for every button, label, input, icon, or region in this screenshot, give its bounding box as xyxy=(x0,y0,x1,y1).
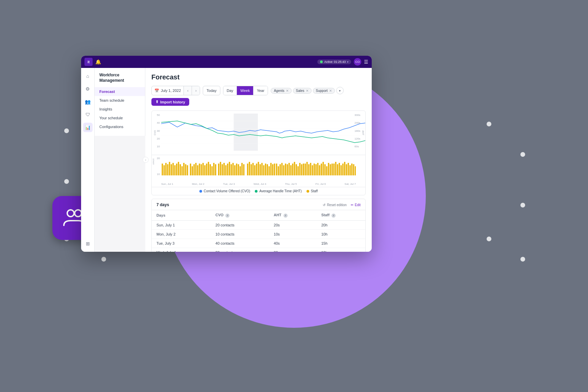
row-aht-4: 30s xyxy=(269,248,317,252)
grid-icon[interactable]: ⊞ xyxy=(83,239,93,248)
aht-info-icon[interactable]: i xyxy=(284,214,288,218)
staff-y-axis: 20 10 xyxy=(152,157,160,176)
people-icon[interactable]: 👥 xyxy=(83,97,93,106)
filter-agents[interactable]: Agents ✕ xyxy=(271,88,291,94)
date-value-text: July 1, 2022 xyxy=(161,89,181,93)
svg-rect-16 xyxy=(197,165,198,175)
week-period-btn[interactable]: Week xyxy=(237,86,253,95)
svg-rect-84 xyxy=(287,164,288,175)
remove-sales-icon[interactable]: ✕ xyxy=(306,89,309,93)
svg-rect-44 xyxy=(174,165,176,175)
prev-date-btn[interactable]: ‹ xyxy=(183,86,192,95)
svg-rect-101 xyxy=(326,166,327,175)
svg-rect-25 xyxy=(252,163,254,175)
date-picker-value: 📅 July 1, 2022 xyxy=(152,89,183,93)
svg-rect-46 xyxy=(178,162,179,175)
sidebar-item-forecast[interactable]: Forecast xyxy=(95,87,145,96)
sidebar-item-team-schedule[interactable]: Team schedule xyxy=(95,96,145,105)
svg-rect-63 xyxy=(229,162,230,175)
row-staff-4: 10h xyxy=(317,248,365,252)
svg-rect-69 xyxy=(240,166,241,175)
settings-icon[interactable]: ⚙ xyxy=(83,84,93,94)
sidebar-collapse-btn[interactable]: ‹ xyxy=(143,157,149,163)
menu-icon[interactable]: ☰ xyxy=(364,59,368,65)
svg-rect-22 xyxy=(247,164,248,175)
upload-icon: ⬆ xyxy=(155,100,158,104)
svg-rect-35 xyxy=(310,163,311,175)
svg-rect-34 xyxy=(308,164,310,175)
table-row: Tue, July 3 40 contacts 40s 15h xyxy=(152,239,365,248)
today-button[interactable]: Today xyxy=(203,86,220,95)
x-label-sun: Sun, Jul 1 xyxy=(161,182,173,186)
filter-support[interactable]: Support ✕ xyxy=(313,88,335,94)
period-buttons: Day Week Year xyxy=(223,86,268,95)
svg-rect-85 xyxy=(289,163,290,175)
main-layout: ⌂ ⚙ 👥 🛡 📊 ⊞ WorkforceManagement Forecast… xyxy=(81,68,372,252)
svg-rect-43 xyxy=(172,163,174,175)
filter-tags: Agents ✕ Sales ✕ Support ✕ ▾ xyxy=(271,87,343,94)
svg-rect-74 xyxy=(260,164,261,175)
bell-icon[interactable]: 🔔 xyxy=(95,59,101,65)
status-text: Active xyxy=(324,60,333,64)
svg-rect-27 xyxy=(276,164,277,175)
cvo-info-icon[interactable]: i xyxy=(225,214,229,218)
shield-icon[interactable]: 🛡 xyxy=(83,110,93,119)
year-period-btn[interactable]: Year xyxy=(253,86,268,95)
chevron-down-icon[interactable]: ▾ xyxy=(347,60,348,64)
import-history-btn[interactable]: ⬆ Import history xyxy=(151,98,189,106)
svg-rect-82 xyxy=(274,164,275,175)
sidebar-item-configurations[interactable]: Configurations xyxy=(95,122,145,131)
svg-rect-39 xyxy=(337,164,338,175)
svg-rect-89 xyxy=(296,164,297,175)
legend-staff-dot xyxy=(307,190,309,193)
svg-rect-59 xyxy=(212,166,213,175)
svg-rect-66 xyxy=(234,165,236,175)
dot xyxy=(520,152,525,157)
x-label-wed: Wed, Jul 4 xyxy=(253,182,266,186)
svg-rect-98 xyxy=(321,164,322,175)
home-icon[interactable]: ⌂ xyxy=(83,71,93,81)
svg-rect-28 xyxy=(278,166,279,175)
col-days: Days xyxy=(152,210,211,220)
svg-rect-11 xyxy=(169,162,170,175)
legend-cvo: Contact Volume Offered (CVO) xyxy=(199,189,250,193)
svg-rect-68 xyxy=(238,164,239,175)
svg-rect-31 xyxy=(283,165,285,175)
sidebar-item-your-schedule[interactable]: Your schedule xyxy=(95,114,145,122)
y-title-aht: AHT xyxy=(362,130,364,135)
dot xyxy=(64,179,69,184)
row-day-1: Sun, July 1 xyxy=(152,220,211,229)
avatar-initials: CO xyxy=(355,60,360,64)
svg-rect-91 xyxy=(299,163,301,175)
row-aht-3: 40s xyxy=(269,239,317,248)
staff-chart-container: STAFF 20 10 // Bars generated inline xyxy=(152,155,365,182)
svg-rect-108 xyxy=(348,163,349,175)
next-date-btn[interactable]: › xyxy=(192,86,200,95)
svg-rect-92 xyxy=(301,164,302,175)
table-row: Mon, July 2 10 contacts 10s 10h xyxy=(152,229,365,239)
data-table-section: 7 days ↺ Reset edition ✏ Edit xyxy=(151,199,366,252)
svg-rect-32 xyxy=(304,164,306,175)
svg-rect-78 xyxy=(267,164,268,175)
user-avatar-btn[interactable]: CO xyxy=(354,58,361,66)
remove-agents-icon[interactable]: ✕ xyxy=(286,89,289,93)
edit-label: Edit xyxy=(355,203,361,207)
legend-cvo-label: Contact Volume Offered (CVO) xyxy=(204,189,250,193)
row-staff-1: 20h xyxy=(317,220,365,229)
svg-rect-83 xyxy=(285,164,286,175)
sidebar-nav-wrapper: WorkforceManagement Forecast Team schedu… xyxy=(95,68,145,252)
date-picker[interactable]: 📅 July 1, 2022 ‹ › xyxy=(151,86,200,95)
remove-support-icon[interactable]: ✕ xyxy=(329,89,332,93)
day-period-btn[interactable]: Day xyxy=(223,86,237,95)
svg-rect-67 xyxy=(236,164,237,175)
chart-icon[interactable]: 📊 xyxy=(83,123,93,132)
reset-edition-btn[interactable]: ↺ Reset edition xyxy=(323,203,346,207)
svg-rect-49 xyxy=(183,163,185,175)
staff-info-icon[interactable]: i xyxy=(332,214,336,218)
filter-sales[interactable]: Sales ✕ xyxy=(293,88,312,94)
filter-more-btn[interactable]: ▾ xyxy=(336,87,344,94)
svg-rect-105 xyxy=(342,164,344,175)
edit-btn[interactable]: ✏ Edit xyxy=(351,203,361,207)
sidebar-item-insights[interactable]: Insights xyxy=(95,105,145,114)
row-day-4: Wed, July 4 xyxy=(152,248,211,252)
